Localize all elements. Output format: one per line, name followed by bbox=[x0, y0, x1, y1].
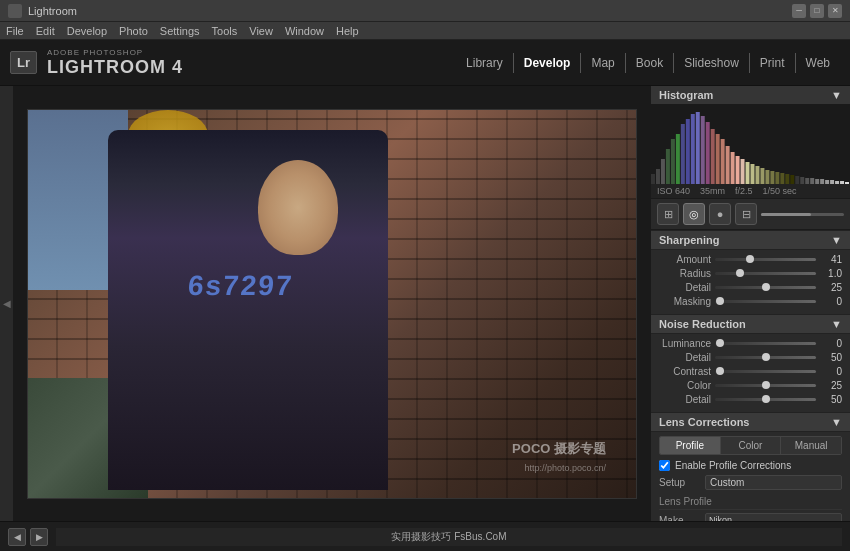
sharpening-sliders: Amount 41 Radius 1.0 Detail 25 bbox=[651, 250, 850, 314]
tab-color[interactable]: Color bbox=[721, 437, 782, 454]
enable-corrections-row: Enable Profile Corrections bbox=[659, 460, 842, 471]
color-slider[interactable] bbox=[715, 384, 816, 387]
amount-slider[interactable] bbox=[715, 258, 816, 261]
minimize-button[interactable]: ─ bbox=[792, 4, 806, 18]
svg-rect-5 bbox=[676, 134, 680, 184]
radius-label: Radius bbox=[659, 268, 711, 279]
menu-window[interactable]: Window bbox=[285, 25, 324, 37]
module-map[interactable]: Map bbox=[581, 53, 625, 73]
main-content: ◀ 6s7297 POCO 摄影专题 http://photo.poco.cn/… bbox=[0, 86, 850, 521]
radius-slider[interactable] bbox=[715, 272, 816, 275]
histogram-info: ISO 640 35mm f/2.5 1/50 sec bbox=[651, 184, 850, 198]
sharpening-header[interactable]: Sharpening ▼ bbox=[651, 230, 850, 250]
svg-rect-9 bbox=[696, 112, 700, 184]
lens-corrections-header[interactable]: Lens Corrections ▼ bbox=[651, 412, 850, 432]
setup-label: Setup bbox=[659, 477, 701, 488]
svg-rect-14 bbox=[721, 139, 725, 184]
slider-row-luminance: Luminance 0 bbox=[659, 338, 842, 349]
color-value: 25 bbox=[820, 380, 842, 391]
bottom-bar: ◀ ▶ 实用摄影技巧 FsBus.CoM bbox=[0, 521, 850, 551]
svg-rect-26 bbox=[780, 173, 784, 184]
menu-photo[interactable]: Photo bbox=[119, 25, 148, 37]
lens-corrections-title: Lens Corrections bbox=[659, 416, 749, 428]
menu-develop[interactable]: Develop bbox=[67, 25, 107, 37]
shutter-value: 1/50 sec bbox=[763, 186, 797, 196]
module-library[interactable]: Library bbox=[456, 53, 514, 73]
module-develop[interactable]: Develop bbox=[514, 53, 582, 73]
svg-rect-31 bbox=[805, 178, 809, 184]
radius-value: 1.0 bbox=[820, 268, 842, 279]
menu-tools[interactable]: Tools bbox=[212, 25, 238, 37]
detail-slider[interactable] bbox=[715, 286, 816, 289]
tool-spot[interactable]: ◎ bbox=[683, 203, 705, 225]
window-controls: ─ □ ✕ bbox=[792, 4, 842, 18]
contrast-slider[interactable] bbox=[715, 370, 816, 373]
menu-edit[interactable]: Edit bbox=[36, 25, 55, 37]
menu-view[interactable]: View bbox=[249, 25, 273, 37]
setup-value[interactable]: Custom bbox=[705, 475, 842, 490]
watermark-text: POCO 摄影专题 bbox=[512, 440, 606, 458]
tools-bar: ⊞ ◎ ● ⊟ bbox=[651, 199, 850, 230]
enable-corrections-checkbox[interactable] bbox=[659, 460, 670, 471]
lum-detail-slider[interactable] bbox=[715, 356, 816, 359]
slider-row-masking: Masking 0 bbox=[659, 296, 842, 307]
menu-bar: File Edit Develop Photo Settings Tools V… bbox=[0, 22, 850, 40]
menu-file[interactable]: File bbox=[6, 25, 24, 37]
lens-profile-label: Lens Profile bbox=[659, 493, 842, 510]
noise-reduction-sliders: Luminance 0 Detail 50 Contrast 0 bbox=[651, 334, 850, 412]
slider-row-contrast: Contrast 0 bbox=[659, 366, 842, 377]
make-select[interactable]: Nikon bbox=[705, 513, 842, 521]
module-slideshow[interactable]: Slideshow bbox=[674, 53, 750, 73]
svg-rect-32 bbox=[810, 178, 814, 184]
svg-rect-13 bbox=[716, 134, 720, 184]
lum-detail-label: Detail bbox=[659, 352, 711, 363]
lightroom-title: LIGHTROOM 4 bbox=[47, 57, 183, 78]
slider-row-color: Color 25 bbox=[659, 380, 842, 391]
bottom-label: 实用摄影技巧 FsBus.CoM bbox=[56, 528, 842, 546]
adobe-text: ADOBE PHOTOSHOP bbox=[47, 48, 183, 57]
watermark-url: http://photo.poco.cn/ bbox=[524, 463, 606, 473]
close-button[interactable]: ✕ bbox=[828, 4, 842, 18]
tab-profile[interactable]: Profile bbox=[660, 437, 721, 454]
aperture-value: f/2.5 bbox=[735, 186, 753, 196]
app-icon bbox=[8, 4, 22, 18]
module-web[interactable]: Web bbox=[796, 53, 840, 73]
photo-background: 6s7297 POCO 摄影专题 http://photo.poco.cn/ bbox=[28, 110, 636, 498]
svg-rect-38 bbox=[840, 181, 844, 184]
masking-label: Masking bbox=[659, 296, 711, 307]
make-row: Make Nikon bbox=[659, 513, 842, 521]
title-text: Lightroom bbox=[28, 5, 792, 17]
lum-detail-value: 50 bbox=[820, 352, 842, 363]
module-nav: Library Develop Map Book Slideshow Print… bbox=[456, 53, 840, 73]
tool-brush[interactable]: ⊟ bbox=[735, 203, 757, 225]
noise-reduction-header[interactable]: Noise Reduction ▼ bbox=[651, 314, 850, 334]
svg-rect-10 bbox=[701, 116, 705, 184]
make-label: Make bbox=[659, 515, 701, 522]
svg-rect-8 bbox=[691, 114, 695, 184]
svg-rect-11 bbox=[706, 122, 710, 184]
menu-settings[interactable]: Settings bbox=[160, 25, 200, 37]
noise-reduction-title: Noise Reduction bbox=[659, 318, 746, 330]
left-panel: ◀ bbox=[0, 86, 14, 521]
svg-rect-17 bbox=[736, 156, 740, 184]
module-print[interactable]: Print bbox=[750, 53, 796, 73]
tools-slider[interactable] bbox=[761, 213, 844, 216]
tools-slider-area bbox=[761, 213, 844, 216]
svg-rect-27 bbox=[785, 174, 789, 184]
svg-rect-0 bbox=[651, 174, 655, 184]
module-book[interactable]: Book bbox=[626, 53, 674, 73]
tool-crop[interactable]: ⊞ bbox=[657, 203, 679, 225]
tab-manual[interactable]: Manual bbox=[781, 437, 841, 454]
bottom-left-btn[interactable]: ◀ bbox=[8, 528, 26, 546]
maximize-button[interactable]: □ bbox=[810, 4, 824, 18]
menu-help[interactable]: Help bbox=[336, 25, 359, 37]
left-panel-toggle[interactable]: ◀ bbox=[3, 298, 11, 309]
bottom-right-btn[interactable]: ▶ bbox=[30, 528, 48, 546]
color-detail-slider[interactable] bbox=[715, 398, 816, 401]
luminance-slider[interactable] bbox=[715, 342, 816, 345]
svg-rect-19 bbox=[746, 162, 750, 184]
svg-rect-20 bbox=[751, 164, 755, 184]
slider-row-color-detail: Detail 50 bbox=[659, 394, 842, 405]
masking-slider[interactable] bbox=[715, 300, 816, 303]
tool-redeye[interactable]: ● bbox=[709, 203, 731, 225]
